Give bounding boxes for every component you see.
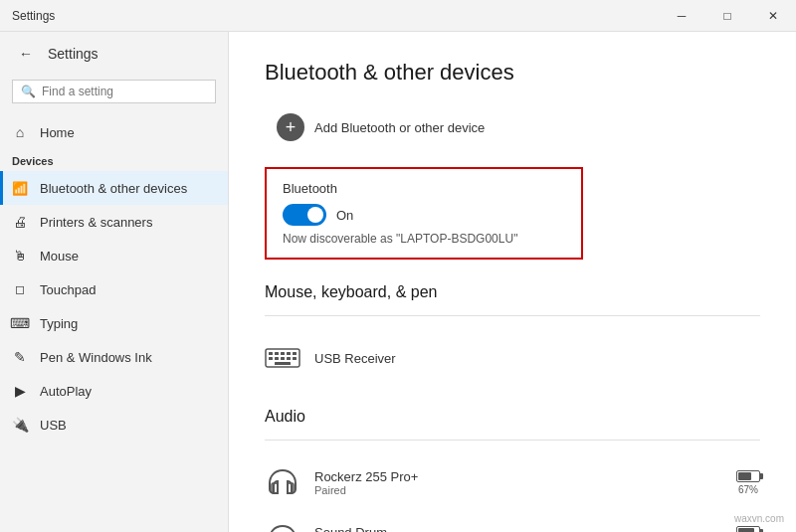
sidebar-item-typing[interactable]: ⌨ Typing — [0, 306, 228, 340]
audio-section: Audio Rockerz 255 Pro+ Paired — [265, 408, 760, 532]
svg-rect-11 — [275, 362, 291, 365]
battery-icon-1 — [736, 470, 760, 482]
sidebar-item-touchpad[interactable]: ◻ Touchpad — [0, 272, 228, 306]
sidebar-item-label-home: Home — [40, 125, 75, 140]
titlebar-controls: ─ □ ✕ — [659, 0, 796, 32]
sidebar-item-mouse[interactable]: 🖱 Mouse — [0, 239, 228, 272]
toggle-row: On — [283, 204, 565, 226]
sidebar-item-label-pen: Pen & Windows Ink — [40, 350, 152, 365]
pen-icon: ✎ — [12, 349, 28, 365]
svg-rect-1 — [269, 352, 273, 355]
add-device-button[interactable]: + Add Bluetooth or other device — [265, 105, 497, 149]
svg-rect-8 — [281, 357, 285, 360]
rockerz-status: Paired — [314, 484, 722, 496]
sidebar-item-label-autoplay: AutoPlay — [40, 384, 92, 399]
battery-icon-2 — [736, 526, 760, 533]
titlebar-title: Settings — [12, 9, 55, 23]
search-input[interactable] — [42, 85, 207, 98]
home-icon: ⌂ — [12, 124, 28, 140]
sound-drum-battery: 80% — [736, 526, 760, 533]
rockerz-info: Rockerz 255 Pro+ Paired — [314, 469, 722, 496]
back-button[interactable]: ← — [12, 40, 40, 68]
svg-rect-3 — [281, 352, 285, 355]
sidebar-item-label-usb: USB — [40, 418, 67, 433]
mouse-divider — [265, 315, 760, 316]
mouse-section: Mouse, keyboard, & pen — [265, 283, 760, 384]
page-title: Bluetooth & other devices — [265, 60, 760, 86]
touchpad-icon: ◻ — [12, 281, 28, 297]
close-button[interactable]: ✕ — [750, 0, 796, 32]
mouse-section-title: Mouse, keyboard, & pen — [265, 283, 760, 301]
rockerz-battery-pct: 67% — [738, 484, 758, 495]
sidebar-item-usb[interactable]: 🔌 USB — [0, 408, 228, 442]
autoplay-icon: ▶ — [12, 383, 28, 399]
usb-receiver-row: USB Receiver — [265, 332, 760, 384]
svg-rect-2 — [275, 352, 279, 355]
svg-rect-5 — [293, 352, 297, 355]
sound-drum-info: Sound Drum Paired — [314, 525, 722, 533]
usb-icon: 🔌 — [12, 417, 28, 433]
sidebar-item-label-bluetooth: Bluetooth & other devices — [40, 181, 187, 196]
sound-drum-name: Sound Drum — [314, 525, 722, 533]
titlebar: Settings ─ □ ✕ — [0, 0, 796, 32]
usb-receiver-info: USB Receiver — [314, 351, 760, 366]
printers-icon: 🖨 — [12, 214, 28, 230]
audio-section-title: Audio — [265, 408, 760, 426]
rockerz-battery: 67% — [736, 470, 760, 495]
sidebar: ← Settings 🔍 ⌂ Home Devices 📶 Bluetooth … — [0, 32, 229, 532]
bluetooth-box-title: Bluetooth — [283, 181, 565, 196]
bluetooth-toggle[interactable] — [283, 204, 326, 226]
bluetooth-discoverable: Now discoverable as "LAPTOP-BSDG00LU" — [283, 232, 565, 246]
usb-receiver-name: USB Receiver — [314, 351, 760, 366]
app-body: ← Settings 🔍 ⌂ Home Devices 📶 Bluetooth … — [0, 32, 796, 532]
svg-rect-10 — [293, 357, 297, 360]
sidebar-item-home[interactable]: ⌂ Home — [0, 115, 228, 149]
sidebar-item-label-typing: Typing — [40, 316, 78, 331]
search-box: 🔍 — [12, 80, 216, 103]
add-device-label: Add Bluetooth or other device — [314, 120, 485, 135]
rockerz-name: Rockerz 255 Pro+ — [314, 469, 722, 484]
sidebar-item-pen[interactable]: ✎ Pen & Windows Ink — [0, 340, 228, 374]
toggle-label: On — [336, 208, 353, 223]
bluetooth-icon: 📶 — [12, 180, 28, 196]
rockerz-row: Rockerz 255 Pro+ Paired 67% — [265, 456, 760, 508]
sidebar-nav-top: ← Settings — [0, 32, 228, 76]
sidebar-item-label-printers: Printers & scanners — [40, 215, 152, 230]
devices-section-label: Devices — [0, 149, 228, 171]
sidebar-item-printers[interactable]: 🖨 Printers & scanners — [0, 205, 228, 239]
content-area: Bluetooth & other devices + Add Bluetoot… — [229, 32, 796, 532]
mouse-icon: 🖱 — [12, 248, 28, 264]
add-icon: + — [277, 113, 304, 141]
maximize-button[interactable]: □ — [704, 0, 750, 32]
headphone-icon-2 — [265, 520, 300, 532]
sound-drum-row: Sound Drum Paired 80% — [265, 512, 760, 532]
svg-rect-4 — [287, 352, 291, 355]
bluetooth-box: Bluetooth On Now discoverable as "LAPTOP… — [265, 167, 583, 260]
search-icon: 🔍 — [21, 85, 36, 98]
sidebar-item-label-touchpad: Touchpad — [40, 282, 96, 297]
sidebar-app-title: Settings — [48, 46, 99, 62]
minimize-button[interactable]: ─ — [659, 0, 704, 32]
sidebar-item-autoplay[interactable]: ▶ AutoPlay — [0, 374, 228, 408]
headphone-icon-1 — [265, 464, 300, 500]
typing-icon: ⌨ — [12, 315, 28, 331]
sidebar-item-bluetooth[interactable]: 📶 Bluetooth & other devices — [0, 171, 228, 205]
svg-rect-7 — [275, 357, 279, 360]
svg-rect-9 — [287, 357, 291, 360]
sidebar-item-label-mouse: Mouse — [40, 249, 79, 264]
keyboard-icon — [265, 340, 300, 376]
svg-rect-6 — [269, 357, 273, 360]
audio-divider — [265, 440, 760, 441]
